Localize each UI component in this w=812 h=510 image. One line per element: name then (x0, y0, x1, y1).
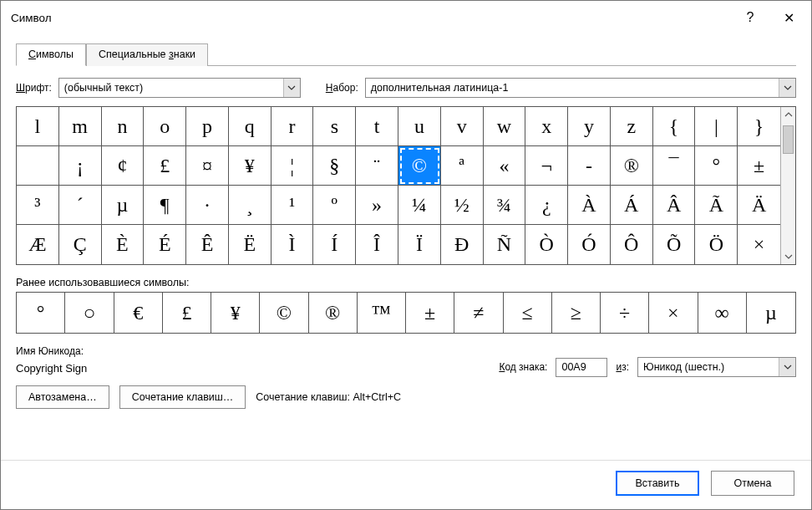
char-cell[interactable]: È (102, 225, 145, 264)
char-cell[interactable]: À (568, 186, 611, 225)
char-cell[interactable]: É (144, 225, 186, 264)
char-cell[interactable]: Ë (229, 225, 272, 264)
char-cell[interactable]: ½ (441, 186, 484, 225)
char-cell[interactable]: Ñ (484, 225, 526, 264)
char-cell[interactable]: × (738, 225, 780, 264)
char-cell[interactable]: ¨ (356, 146, 398, 186)
char-cell[interactable]: » (356, 186, 398, 225)
recent-cell[interactable]: © (260, 293, 308, 333)
cancel-button[interactable]: Отмена (711, 471, 794, 496)
char-cell[interactable]: º (313, 186, 356, 225)
char-cell[interactable]: ¿ (525, 186, 568, 225)
char-cell[interactable]: v (441, 107, 484, 146)
char-cell[interactable]: Í (313, 225, 356, 264)
char-cell[interactable]: ¸ (229, 186, 272, 225)
scroll-up-button[interactable] (781, 107, 795, 122)
char-cell[interactable]: « (484, 146, 526, 186)
insert-button[interactable]: Вставить (616, 471, 699, 496)
char-cell[interactable]: { (653, 107, 696, 146)
recent-cell[interactable]: ≤ (504, 293, 552, 333)
char-cell[interactable]: ± (738, 146, 780, 186)
char-cell[interactable]: Ç (59, 225, 102, 264)
font-combo[interactable]: (обычный текст) (58, 78, 301, 98)
char-cell[interactable]: Ì (272, 225, 314, 264)
char-cell[interactable]: Ê (186, 225, 229, 264)
char-cell[interactable]: Ó (568, 225, 611, 264)
recent-cell[interactable]: ≥ (552, 293, 601, 333)
char-cell[interactable]: Ö (695, 225, 738, 264)
char-cell[interactable]: ¼ (398, 186, 441, 225)
char-cell[interactable]: ´ (59, 186, 102, 225)
char-cell[interactable]: q (229, 107, 272, 146)
char-cell[interactable]: ª (441, 146, 484, 186)
char-cell[interactable]: © (398, 146, 441, 186)
char-cell[interactable]: Æ (17, 225, 59, 264)
char-cell[interactable]: t (356, 107, 398, 146)
char-cell[interactable]: ® (611, 146, 653, 186)
char-cell[interactable]: ¹ (272, 186, 314, 225)
scroll-down-button[interactable] (781, 249, 795, 264)
recent-cell[interactable]: ∞ (698, 293, 747, 333)
from-combo[interactable]: Юникод (шестн.) (637, 357, 796, 377)
char-cell[interactable]: s (313, 107, 356, 146)
recent-cell[interactable]: ™ (358, 293, 406, 333)
char-cell[interactable]: ¶ (144, 186, 186, 225)
recent-cell[interactable]: ≠ (454, 293, 503, 333)
char-cell[interactable]: ° (695, 146, 738, 186)
scroll-track[interactable] (781, 122, 795, 249)
shortcut-key-button[interactable]: Сочетание клавиш… (119, 385, 246, 409)
char-cell[interactable]: ¤ (186, 146, 229, 186)
char-cell[interactable]: ¾ (484, 186, 526, 225)
char-cell[interactable]: w (484, 107, 526, 146)
char-cell[interactable]: Ã (695, 186, 738, 225)
recent-cell[interactable]: ÷ (601, 293, 649, 333)
char-cell[interactable]: Ô (611, 225, 653, 264)
char-cell[interactable]: - (568, 146, 611, 186)
autocorrect-button[interactable]: Автозамена… (16, 385, 109, 409)
char-cell[interactable]: p (186, 107, 229, 146)
close-button[interactable]: ✕ (769, 1, 808, 34)
char-cell[interactable]: Ò (525, 225, 568, 264)
char-cell[interactable]: } (738, 107, 780, 146)
char-cell[interactable]: ¬ (525, 146, 568, 186)
grid-scrollbar[interactable] (780, 107, 795, 264)
char-cell[interactable]: Ä (738, 186, 780, 225)
char-cell[interactable]: ¡ (59, 146, 102, 186)
recent-cell[interactable]: € (114, 293, 163, 333)
char-cell[interactable]: ³ (17, 186, 59, 225)
char-cell[interactable]: n (102, 107, 145, 146)
char-cell[interactable] (17, 146, 59, 186)
font-combo-button[interactable] (283, 79, 300, 97)
char-cell[interactable]: x (525, 107, 568, 146)
tab-symbols[interactable]: Символы (16, 43, 86, 66)
recent-cell[interactable]: × (649, 293, 698, 333)
recent-cell[interactable]: ® (309, 293, 358, 333)
char-cell[interactable]: Î (356, 225, 398, 264)
char-cell[interactable]: £ (144, 146, 186, 186)
char-cell[interactable]: Ï (398, 225, 441, 264)
char-cell[interactable]: y (568, 107, 611, 146)
subset-combo[interactable]: дополнительная латиница-1 (365, 78, 796, 98)
help-button[interactable]: ? (731, 1, 769, 34)
recent-cell[interactable]: ± (406, 293, 454, 333)
recent-cell[interactable]: µ (747, 293, 795, 333)
char-cell[interactable]: · (186, 186, 229, 225)
subset-combo-button[interactable] (779, 79, 795, 97)
charcode-input[interactable] (556, 358, 607, 377)
scroll-thumb[interactable] (783, 125, 794, 154)
char-cell[interactable]: Õ (653, 225, 696, 264)
char-cell[interactable]: l (17, 107, 59, 146)
tab-special-chars[interactable]: Специальные знаки (86, 43, 208, 66)
recent-cell[interactable]: ○ (65, 293, 114, 333)
char-cell[interactable]: | (695, 107, 738, 146)
char-cell[interactable]: u (398, 107, 441, 146)
char-cell[interactable]: µ (102, 186, 145, 225)
char-cell[interactable]: o (144, 107, 186, 146)
char-cell[interactable]: § (313, 146, 356, 186)
from-combo-button[interactable] (779, 358, 795, 376)
recent-cell[interactable]: ¥ (211, 293, 260, 333)
char-cell[interactable]: z (611, 107, 653, 146)
recent-cell[interactable]: ° (17, 293, 65, 333)
char-cell[interactable]: ¢ (102, 146, 145, 186)
char-cell[interactable]: Â (653, 186, 696, 225)
